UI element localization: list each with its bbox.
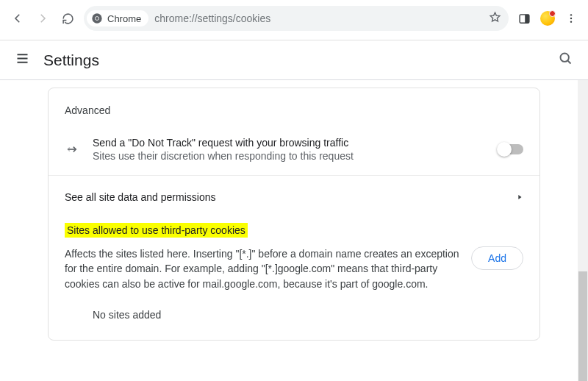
- browser-toolbar: Chrome chrome://settings/cookies: [0, 0, 588, 37]
- forward-button[interactable]: [34, 10, 51, 27]
- site-data-link[interactable]: See all site data and permissions: [49, 180, 539, 214]
- allowed-section-heading: Sites allowed to use third-party cookies: [65, 223, 248, 238]
- content-area: Advanced Send a "Do Not Track" request w…: [0, 80, 588, 381]
- dnt-subtitle: Sites use their discretion when respondi…: [93, 150, 487, 162]
- scrollbar-thumb[interactable]: [578, 271, 587, 381]
- settings-card: Advanced Send a "Do Not Track" request w…: [48, 88, 540, 341]
- chrome-chip-label: Chrome: [107, 13, 141, 24]
- svg-point-8: [561, 54, 569, 62]
- back-button[interactable]: [9, 10, 26, 27]
- menu-dots-icon[interactable]: [563, 10, 579, 26]
- allowed-description-row: Affects the sites listed here. Inserting…: [49, 243, 539, 302]
- row-divider: [49, 175, 539, 176]
- svg-point-6: [570, 18, 572, 19]
- svg-point-2: [96, 17, 98, 20]
- reload-button[interactable]: [59, 10, 76, 27]
- bookmark-star-icon[interactable]: [489, 11, 501, 26]
- dnt-row: Send a "Do Not Track" request with your …: [49, 128, 539, 171]
- address-bar[interactable]: Chrome chrome://settings/cookies: [84, 6, 509, 31]
- side-panel-icon[interactable]: [516, 10, 532, 26]
- chrome-origin-chip: Chrome: [87, 10, 148, 26]
- svg-point-5: [570, 14, 572, 15]
- allowed-description: Affects the sites listed here. Inserting…: [65, 246, 459, 291]
- allowed-section-heading-row: Sites allowed to use third-party cookies: [49, 214, 539, 243]
- settings-header: Settings: [0, 40, 588, 79]
- add-button[interactable]: Add: [471, 246, 523, 270]
- dnt-body: Send a "Do Not Track" request with your …: [93, 137, 487, 162]
- extension-icon[interactable]: [539, 10, 556, 26]
- page-title: Settings: [43, 51, 545, 69]
- search-icon[interactable]: [558, 51, 573, 69]
- svg-rect-4: [525, 14, 529, 22]
- hamburger-menu-icon[interactable]: [15, 51, 30, 69]
- advanced-heading: Advanced: [49, 100, 539, 128]
- dnt-arrow-icon: [65, 142, 81, 157]
- chevron-right-icon: [516, 190, 523, 204]
- dnt-toggle[interactable]: [498, 144, 523, 154]
- empty-state-text: No sites added: [49, 302, 539, 321]
- svg-point-7: [570, 21, 572, 22]
- dnt-title: Send a "Do Not Track" request with your …: [93, 137, 487, 149]
- site-data-link-text: See all site data and permissions: [65, 191, 516, 203]
- scrollbar-track[interactable]: [578, 80, 588, 381]
- url-text: chrome://settings/cookies: [154, 13, 483, 24]
